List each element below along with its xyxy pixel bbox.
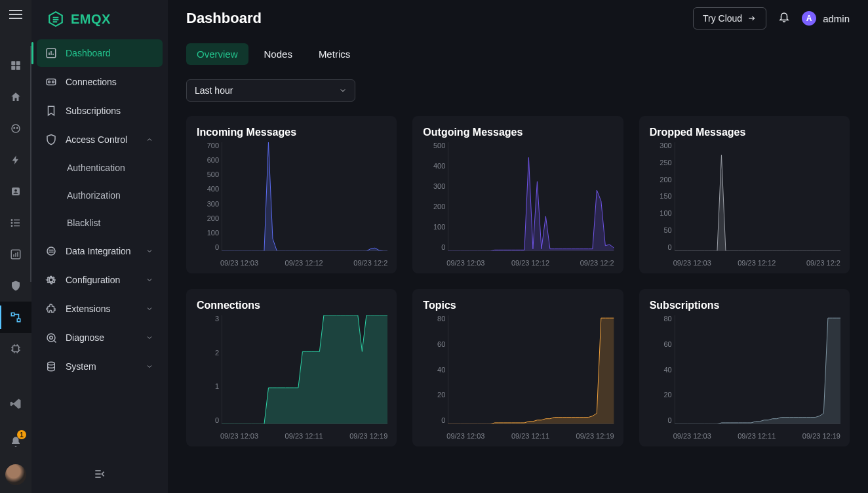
chevron-down-icon <box>146 333 155 342</box>
hamburger-icon[interactable] <box>7 5 25 24</box>
chevron-down-icon <box>146 275 155 285</box>
chevron-down-icon <box>146 304 155 313</box>
osbar-item-list[interactable] <box>0 207 31 239</box>
svg-rect-3 <box>16 66 20 70</box>
svg-point-13 <box>11 222 12 224</box>
sidebar-item-system[interactable]: System <box>37 353 163 380</box>
chart-x-ticks: 09/23 12:0309/23 12:1209/23 12:2 <box>423 259 614 267</box>
bell-icon[interactable] <box>778 11 790 26</box>
tab-metrics[interactable]: Metrics <box>308 43 361 65</box>
tab-nodes[interactable]: Nodes <box>254 43 303 65</box>
gear-icon <box>45 273 58 286</box>
sidebar-item-label: Extensions <box>66 304 110 314</box>
sidebar-item-subscriptions[interactable]: Subscriptions <box>37 97 163 125</box>
svg-rect-2 <box>11 66 15 70</box>
sidebar-subitem-blacklist[interactable]: Blacklist <box>37 210 163 236</box>
sidebar-item-label: Diagnose <box>66 332 104 343</box>
shield-icon <box>45 133 58 146</box>
svg-point-14 <box>11 226 12 227</box>
sidebar-item-dashboard[interactable]: Dashboard <box>37 39 163 67</box>
chart-plot[interactable] <box>222 142 387 251</box>
chevron-down-icon <box>146 246 155 256</box>
main-content: Dashboard Try Cloud A admin OverviewNode… <box>168 0 868 493</box>
svg-rect-21 <box>13 346 19 352</box>
brand[interactable]: EMQX <box>31 10 168 39</box>
chart-title: Connections <box>197 300 386 311</box>
svg-point-39 <box>49 81 50 83</box>
try-cloud-button[interactable]: Try Cloud <box>693 7 766 30</box>
chart-x-ticks: 09/23 12:0309/23 12:1209/23 12:2 <box>650 259 840 267</box>
svg-rect-0 <box>11 61 15 65</box>
svg-point-45 <box>50 336 53 340</box>
time-range-select[interactable]: Last hour <box>186 79 355 102</box>
sidebar-item-label: Subscriptions <box>66 106 121 116</box>
bookmark-icon <box>45 104 58 117</box>
svg-line-46 <box>54 341 56 343</box>
osbar-item-bolt[interactable] <box>0 144 31 176</box>
chart-plot[interactable] <box>675 315 840 424</box>
app-sidebar: EMQX Dashboard Connections Subscriptions… <box>31 0 168 493</box>
link-icon <box>45 75 58 89</box>
chart-card-incoming: Incoming Messages7006005004003002001000 … <box>186 116 397 273</box>
sidebar-item-label: Dashboard <box>66 48 111 58</box>
svg-point-8 <box>14 189 17 192</box>
os-activity-bar: 1 <box>0 0 31 493</box>
osbar-item-chip[interactable] <box>0 333 31 365</box>
user-name: admin <box>823 13 850 24</box>
chevron-up-icon <box>146 135 155 144</box>
sidebar-item-dataint[interactable]: Data Integration <box>37 237 163 265</box>
chart-plot[interactable] <box>448 142 614 251</box>
charts-grid: Incoming Messages7006005004003002001000 … <box>168 102 868 465</box>
tab-overview[interactable]: Overview <box>186 43 248 65</box>
chart-title: Incoming Messages <box>197 127 386 138</box>
brand-name: EMQX <box>71 12 111 27</box>
chart-plot[interactable] <box>448 315 614 424</box>
db-icon <box>45 360 58 373</box>
svg-rect-16 <box>13 254 14 257</box>
chart-plot[interactable] <box>675 142 840 251</box>
sidebar-item-connections[interactable]: Connections <box>37 68 163 96</box>
svg-rect-1 <box>16 61 20 65</box>
time-range-value: Last hour <box>195 85 233 96</box>
chart-y-ticks: 300250200150100500 <box>650 142 672 251</box>
chart-title: Dropped Messages <box>650 127 839 138</box>
osbar-item-flow[interactable] <box>0 302 31 333</box>
user-menu[interactable]: A admin <box>802 11 850 26</box>
osbar-item-vscode[interactable] <box>0 388 31 420</box>
sidebar-item-config[interactable]: Configuration <box>37 266 163 294</box>
osbar-item-analytics[interactable] <box>0 239 31 270</box>
osbar-item-user[interactable] <box>0 176 31 207</box>
chart-plot[interactable] <box>222 315 387 424</box>
integ-icon <box>45 245 58 258</box>
chart-x-ticks: 09/23 12:0309/23 12:1109/23 12:19 <box>650 432 840 440</box>
try-cloud-label: Try Cloud <box>703 13 742 24</box>
sidebar-subitem-authz[interactable]: Authorization <box>37 182 163 208</box>
svg-rect-18 <box>17 252 18 257</box>
osbar-item-apps[interactable] <box>0 50 31 81</box>
osbar-item-shield[interactable] <box>0 270 31 302</box>
chart-card-connections: Connections3210 09/23 12:0309/23 12:1109… <box>186 289 397 446</box>
chart-title: Subscriptions <box>650 300 839 311</box>
chart-card-topics: Topics806040200 09/23 12:0309/23 12:1109… <box>412 289 623 446</box>
svg-point-40 <box>52 81 54 83</box>
sidebar-collapse-button[interactable] <box>31 460 168 488</box>
page-title: Dashboard <box>186 10 262 27</box>
sidebar-item-label: Access Control <box>66 134 127 145</box>
osbar-item-home[interactable] <box>0 81 31 113</box>
sidebar-item-accesscontrol[interactable]: Access Control <box>37 126 163 153</box>
chart-y-ticks: 806040200 <box>650 315 672 424</box>
osbar-item-notifications[interactable]: 1 <box>0 426 31 458</box>
svg-rect-17 <box>15 253 16 257</box>
sidebar-item-ext[interactable]: Extensions <box>37 295 163 323</box>
sidebar-subitem-authn[interactable]: Authentication <box>37 155 163 181</box>
nav: Dashboard Connections Subscriptions Acce… <box>31 39 168 380</box>
svg-point-44 <box>47 334 55 342</box>
chart-icon <box>45 47 58 60</box>
chart-y-ticks: 5004003002001000 <box>423 142 445 251</box>
osbar-item-agent[interactable] <box>0 113 31 144</box>
svg-point-41 <box>47 247 55 255</box>
svg-point-4 <box>12 125 20 132</box>
osbar-avatar[interactable] <box>5 464 26 485</box>
sidebar-item-diag[interactable]: Diagnose <box>37 324 163 351</box>
puzzle-icon <box>45 302 58 315</box>
